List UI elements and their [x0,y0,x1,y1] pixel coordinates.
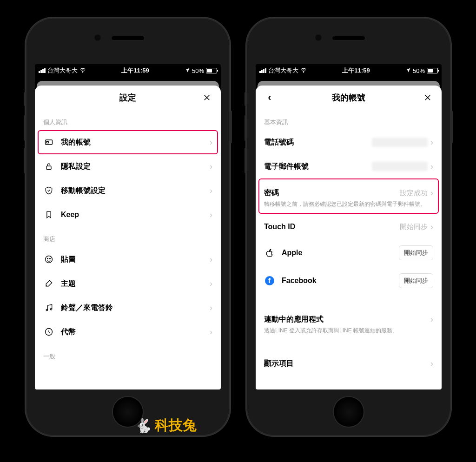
row-linked-apps[interactable]: 連動中的應用程式 › [256,305,442,329]
battery-pct: 50% [192,67,204,74]
account-card-icon [43,138,54,147]
row-display-items[interactable]: 顯示項目 › [256,351,442,376]
svg-point-6 [50,258,51,259]
home-button[interactable] [334,397,364,427]
settings-sheet: 設定 個人資訊 我的帳號 › [35,86,221,389]
svg-point-4 [46,256,53,263]
section-basic-info: 基本資訊 [256,110,442,130]
front-camera [315,34,322,41]
battery-icon [206,68,217,73]
row-stickers[interactable]: 貼圖 › [35,247,221,271]
front-camera [94,34,101,41]
brush-icon [43,279,54,288]
music-note-icon [43,303,54,312]
svg-rect-3 [46,166,51,170]
page-title: 設定 [119,92,136,103]
speaker [112,36,144,40]
svg-point-10 [303,72,304,72]
row-privacy[interactable]: 隱私設定 › [35,154,221,178]
status-bar: 台灣大哥大 上午11:59 50% [256,64,442,77]
account-header: ‹ 我的帳號 [256,86,442,110]
screen-right: 台灣大哥大 上午11:59 50% ‹ 我的帳號 [256,64,442,389]
phone-frame-left: 台灣大哥大 上午11:59 50% 設定 個人資 [26,18,230,436]
redacted-email [372,162,428,171]
wifi-icon [79,67,86,75]
row-my-account[interactable]: 我的帳號 › [35,130,221,154]
svg-point-5 [47,258,48,259]
row-themes[interactable]: 主題 › [35,271,221,296]
row-password[interactable]: 密碼 設定成功 › [256,178,442,203]
apple-icon [264,248,275,257]
svg-point-8 [50,309,52,310]
chevron-right-icon: › [430,188,433,198]
row-apple-link: Apple 開始同步 [256,239,442,267]
chevron-right-icon: › [430,162,433,172]
section-personal-info: 個人資訊 [35,110,221,130]
clock: 上午11:59 [121,66,149,75]
status-bar: 台灣大哥大 上午11:59 50% [35,64,221,77]
carrier-label: 台灣大哥大 [268,66,298,75]
location-icon [185,67,190,74]
account-sheet: ‹ 我的帳號 基本資訊 電話號碼 › 電子郵件帳號 › 密碼 設 [256,86,442,389]
chevron-right-icon: › [210,162,212,172]
svg-rect-2 [46,141,48,143]
shield-check-icon [43,186,54,195]
bookmark-icon [43,210,54,219]
carrier-label: 台灣大哥大 [47,66,78,75]
row-keep[interactable]: Keep › [35,203,221,227]
apple-sync-button[interactable]: 開始同步 [399,245,433,260]
lock-icon [43,162,54,171]
row-touch-id[interactable]: Touch ID 開始同步 › [256,215,442,239]
chevron-right-icon: › [210,303,212,313]
clock-icon [43,327,54,337]
chevron-right-icon: › [430,222,433,232]
chevron-right-icon: › [430,315,433,324]
section-store: 商店 [35,227,221,247]
signal-icon [39,68,46,73]
row-email[interactable]: 電子郵件帳號 › [256,154,442,178]
svg-point-7 [46,309,47,310]
signal-icon [259,68,266,73]
chevron-right-icon: › [210,210,212,220]
location-icon [405,67,411,74]
rabbit-icon: 🐇 [135,417,152,434]
chevron-right-icon: › [210,327,212,337]
clock: 上午11:59 [342,66,370,75]
page-title: 我的帳號 [332,92,365,103]
chevron-right-icon: › [210,279,212,289]
screen-left: 台灣大哥大 上午11:59 50% 設定 個人資 [35,64,221,389]
touchid-status: 開始同步 [400,223,428,231]
facebook-sync-button[interactable]: 開始同步 [399,273,433,288]
wifi-icon [300,67,307,75]
battery-pct: 50% [413,67,425,74]
facebook-icon [264,276,275,285]
row-transfer-account[interactable]: 移動帳號設定 › [35,178,221,203]
smiley-icon [43,255,54,264]
chevron-right-icon: › [430,138,433,147]
svg-point-0 [82,72,83,72]
phone-frame-right: 台灣大哥大 上午11:59 50% ‹ 我的帳號 [246,18,451,436]
row-phone-number[interactable]: 電話號碼 › [256,130,442,154]
back-button[interactable]: ‹ [260,86,279,110]
watermark-text: 科技兔 [155,416,197,435]
password-status: 設定成功 [400,189,428,198]
close-button[interactable] [418,86,437,110]
chevron-right-icon: › [210,138,212,147]
row-coins[interactable]: 代幣 › [35,320,221,344]
battery-icon [427,68,438,73]
section-general: 一般 [35,344,221,364]
settings-header: 設定 [35,86,221,110]
row-facebook-link: Facebook 開始同步 [256,267,442,295]
row-ringtones[interactable]: 鈴聲／來電答鈴 › [35,296,221,320]
redacted-phone [372,138,428,147]
speaker [332,36,365,40]
chevron-right-icon: › [210,255,212,264]
watermark: 🐇 科技兔 [135,416,197,435]
close-button[interactable] [198,86,216,110]
chevron-right-icon: › [430,359,433,369]
chevron-right-icon: › [210,186,212,196]
